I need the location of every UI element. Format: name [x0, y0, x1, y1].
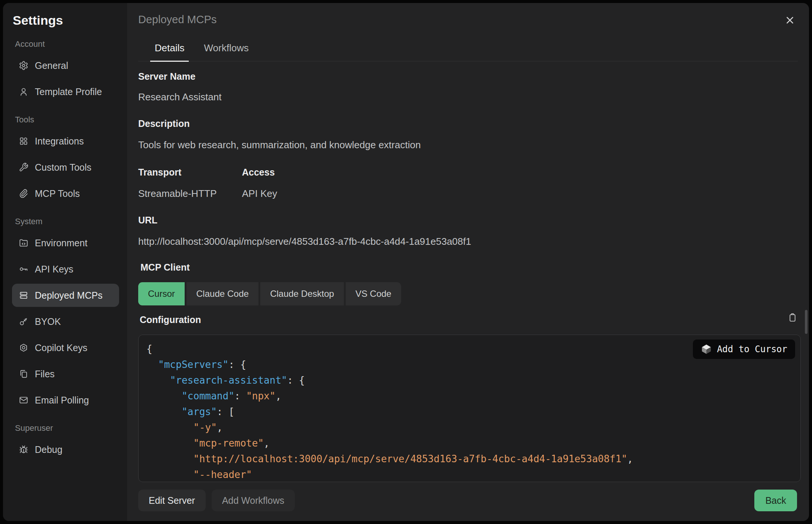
sidebar-item-label: Copilot Keys — [35, 342, 87, 353]
client-option-claude-desktop[interactable]: Claude Desktop — [260, 282, 344, 305]
key-icon — [19, 264, 28, 274]
sidebar-item-integrations[interactable]: Integrations — [12, 130, 119, 153]
tab-details[interactable]: Details — [150, 43, 189, 62]
url-value: http://localhost:3000/api/mcp/serve/4853… — [138, 235, 471, 248]
sidebar: Settings AccountGeneralTemplate ProfileT… — [3, 3, 127, 521]
client-option-claude-code[interactable]: Claude Code — [187, 282, 258, 305]
wrench-icon — [19, 162, 28, 172]
url-label: URL — [138, 214, 157, 226]
sidebar-item-template-profile[interactable]: Template Profile — [12, 80, 119, 103]
tab-workflows[interactable]: Workflows — [199, 43, 253, 62]
edit-server-button[interactable]: Edit Server — [138, 490, 206, 511]
settings-title: Settings — [13, 13, 119, 28]
sidebar-item-label: Debug — [35, 444, 63, 455]
folder-code-icon — [19, 238, 28, 248]
code-line: "mcpServers": { — [146, 357, 800, 372]
user-icon — [19, 87, 28, 97]
sidebar-item-label: API Keys — [35, 264, 73, 275]
close-icon — [784, 21, 796, 27]
gear-icon — [19, 61, 28, 70]
sidebar-item-custom-tools[interactable]: Custom Tools — [12, 156, 119, 179]
server-name-value: Research Assistant — [138, 91, 222, 103]
scrollbar-thumb[interactable] — [805, 310, 808, 334]
files-icon — [19, 369, 28, 379]
client-option-vs-code[interactable]: VS Code — [346, 282, 401, 305]
code-line: "mcp-remote", — [146, 435, 800, 451]
tabs-bar: DetailsWorkflows — [138, 38, 798, 61]
transport-value: Streamable-HTTP — [138, 187, 217, 200]
code-lines: { "mcpServers": { "research-assistant": … — [146, 341, 800, 482]
sidebar-item-files[interactable]: Files — [12, 362, 119, 386]
settings-modal: Settings AccountGeneralTemplate ProfileT… — [3, 3, 809, 521]
sidebar-item-mcp-tools[interactable]: MCP Tools — [12, 182, 119, 205]
key-diagonal-icon — [19, 317, 28, 326]
nut-icon — [19, 343, 28, 353]
sidebar-item-copilot-keys[interactable]: Copilot Keys — [12, 336, 119, 359]
configuration-label: Configuration — [140, 314, 201, 325]
code-line: "-y", — [146, 420, 800, 435]
page-title: Deployed MCPs — [138, 13, 217, 26]
sidebar-item-deployed-mcps[interactable]: Deployed MCPs — [12, 284, 119, 307]
add-workflows-button[interactable]: Add Workflows — [212, 490, 295, 511]
sidebar-item-byok[interactable]: BYOK — [12, 310, 119, 333]
sidebar-item-label: Email Polling — [35, 395, 89, 406]
sidebar-item-environment[interactable]: Environment — [12, 231, 119, 255]
copy-configuration-button[interactable] — [787, 312, 799, 324]
sidebar-sections: AccountGeneralTemplate ProfileToolsInteg… — [12, 39, 119, 461]
sidebar-item-api-keys[interactable]: API Keys — [12, 258, 119, 281]
sidebar-section-label-account: Account — [15, 39, 119, 49]
add-to-cursor-button[interactable]: Add to Cursor — [693, 339, 795, 359]
sidebar-item-label: Custom Tools — [35, 162, 91, 173]
access-value: API Key — [242, 187, 277, 200]
access-label: Access — [242, 166, 275, 178]
mcp-client-label: MCP Client — [140, 262, 190, 273]
server-name-label: Server Name — [138, 70, 196, 82]
code-line: "http://localhost:3000/api/mcp/serve/485… — [146, 451, 800, 467]
code-line: "research-assistant": { — [146, 372, 800, 388]
client-option-cursor[interactable]: Cursor — [138, 282, 185, 305]
mail-icon — [19, 395, 28, 405]
main-panel: Deployed MCPs DetailsWorkflows Server Na… — [127, 3, 809, 521]
sidebar-section-label-superuser: Superuser — [15, 423, 119, 433]
description-value: Tools for web research, summarization, a… — [138, 138, 421, 151]
code-line: "--header" — [146, 467, 800, 482]
sidebar-item-label: Template Profile — [35, 86, 102, 97]
add-to-cursor-label: Add to Cursor — [717, 344, 787, 354]
server-icon — [19, 290, 28, 300]
code-line: "args": [ — [146, 404, 800, 420]
sidebar-item-label: General — [35, 60, 68, 71]
sidebar-section-label-tools: Tools — [15, 115, 119, 125]
cursor-cube-icon — [701, 344, 712, 355]
code-line: "command": "npx", — [146, 388, 800, 404]
sidebar-item-email-polling[interactable]: Email Polling — [12, 389, 119, 412]
footer-actions: Edit Server Add Workflows — [138, 490, 295, 511]
sidebar-item-debug[interactable]: Debug — [12, 438, 119, 461]
paperclip-icon — [19, 189, 28, 198]
configuration-code-block[interactable]: { "mcpServers": { "research-assistant": … — [138, 335, 801, 482]
bug-icon — [19, 445, 28, 454]
sidebar-item-label: Integrations — [35, 136, 84, 147]
close-button[interactable] — [784, 14, 796, 27]
grid-icon — [19, 136, 28, 146]
sidebar-item-label: BYOK — [35, 316, 61, 327]
sidebar-section-label-system: System — [15, 216, 119, 227]
sidebar-item-label: Deployed MCPs — [35, 290, 103, 301]
back-button[interactable]: Back — [754, 490, 797, 511]
transport-label: Transport — [138, 166, 181, 178]
description-label: Description — [138, 118, 190, 130]
mcp-client-options: CursorClaude CodeClaude DesktopVS Code — [138, 282, 401, 305]
sidebar-item-label: Files — [35, 369, 55, 380]
sidebar-item-label: MCP Tools — [35, 188, 80, 199]
clipboard-icon — [787, 319, 798, 324]
sidebar-item-general[interactable]: General — [12, 54, 119, 77]
sidebar-item-label: Environment — [35, 238, 87, 249]
